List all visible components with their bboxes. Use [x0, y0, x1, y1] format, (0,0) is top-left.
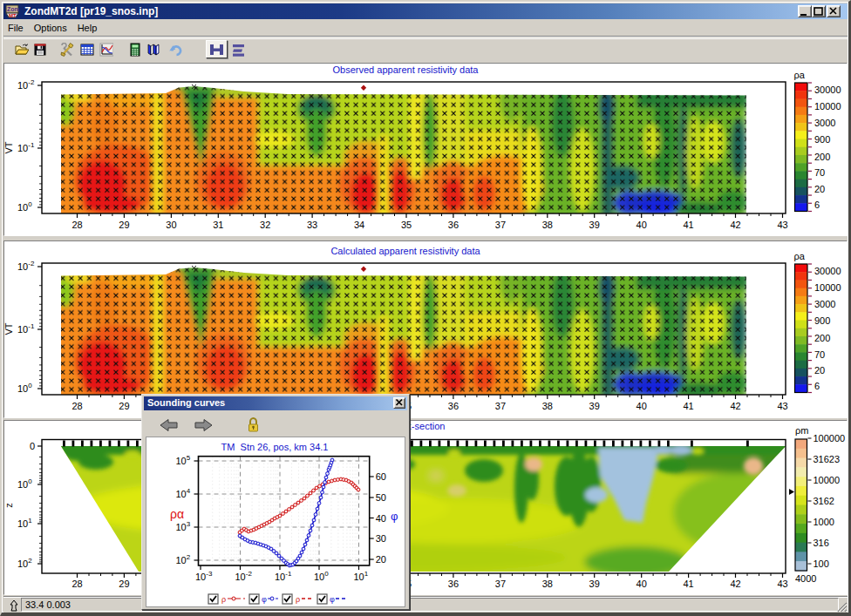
svg-text:50: 50	[376, 492, 386, 503]
svg-text:100: 100	[17, 200, 32, 213]
svg-text:39: 39	[589, 579, 600, 589]
svg-text:10-3: 10-3	[195, 570, 213, 582]
svg-text:103: 103	[176, 520, 191, 532]
svg-text:29: 29	[119, 579, 129, 589]
svg-text:100: 100	[17, 382, 32, 394]
svg-text:101: 101	[17, 517, 32, 529]
svg-text:900: 900	[814, 315, 830, 326]
svg-text:ρm: ρm	[795, 425, 808, 436]
svg-text:100: 100	[17, 477, 32, 490]
svg-text:42: 42	[730, 401, 740, 411]
svg-text:28: 28	[71, 579, 82, 589]
svg-text:40: 40	[637, 401, 647, 411]
svg-text:10-2: 10-2	[235, 570, 253, 582]
svg-text:10-1: 10-1	[17, 141, 35, 153]
svg-text:39: 39	[589, 220, 600, 230]
svg-text:34: 34	[354, 220, 364, 230]
svg-text:3000: 3000	[814, 118, 835, 128]
svg-text:31623: 31623	[814, 454, 841, 464]
svg-text:36: 36	[448, 579, 459, 589]
svg-text:42: 42	[730, 579, 740, 589]
svg-text:29: 29	[119, 220, 129, 230]
svg-text:6: 6	[814, 200, 820, 210]
svg-text:43: 43	[777, 401, 787, 411]
svg-text:200: 200	[814, 152, 830, 162]
svg-text:104: 104	[176, 487, 191, 499]
svg-text:37: 37	[495, 401, 506, 411]
svg-text:10000: 10000	[814, 101, 841, 112]
svg-text:36: 36	[448, 401, 459, 411]
svg-text:101: 101	[354, 570, 369, 582]
svg-text:30000: 30000	[814, 85, 841, 95]
svg-text:ρa: ρa	[794, 251, 806, 261]
svg-text:10-1: 10-1	[17, 322, 35, 335]
svg-text:38: 38	[542, 579, 553, 589]
svg-text:35: 35	[401, 220, 412, 230]
svg-text:42: 42	[730, 220, 740, 230]
svg-text:20: 20	[814, 184, 825, 194]
svg-text:30000: 30000	[814, 266, 841, 276]
svg-text:30: 30	[166, 220, 176, 230]
svg-text:28: 28	[71, 220, 82, 230]
svg-text:100: 100	[814, 558, 829, 569]
svg-text:φ: φ	[330, 595, 335, 604]
svg-text:32: 32	[260, 220, 270, 230]
svg-text:102: 102	[176, 553, 191, 565]
svg-text:200: 200	[814, 333, 830, 343]
svg-text:37: 37	[495, 579, 506, 589]
svg-text:28: 28	[71, 401, 82, 411]
svg-text:38: 38	[542, 220, 553, 230]
svg-text:10-1: 10-1	[275, 570, 292, 582]
svg-text:10-2: 10-2	[17, 260, 35, 272]
svg-text:φ: φ	[262, 595, 267, 604]
svg-text:z: z	[3, 503, 14, 508]
svg-text:ρα: ρα	[170, 507, 184, 521]
svg-text:316: 316	[814, 538, 829, 548]
svg-text:ρa: ρa	[794, 70, 806, 80]
svg-text:33: 33	[307, 220, 317, 230]
svg-text:4000: 4000	[795, 573, 816, 584]
svg-text:60: 60	[376, 471, 386, 482]
svg-text:40: 40	[637, 220, 647, 230]
svg-text:20: 20	[814, 365, 825, 376]
svg-text:VT: VT	[3, 322, 14, 335]
svg-text:29: 29	[119, 401, 129, 411]
svg-text:VT: VT	[3, 141, 14, 153]
svg-text:0: 0	[30, 441, 35, 451]
svg-text:37: 37	[495, 220, 506, 230]
svg-text:10-2: 10-2	[17, 78, 35, 91]
svg-text:30: 30	[376, 533, 386, 544]
svg-text:ρ: ρ	[221, 595, 226, 604]
svg-text:70: 70	[814, 167, 825, 178]
svg-text:70: 70	[814, 349, 825, 360]
svg-text:3162: 3162	[814, 496, 834, 506]
svg-text:102: 102	[17, 557, 32, 569]
svg-text:TM Stn 26, pos, km 34.1: TM Stn 26, pos, km 34.1	[221, 442, 329, 452]
svg-text:6: 6	[814, 381, 820, 391]
svg-text:43: 43	[777, 220, 787, 230]
svg-text:100000: 100000	[814, 433, 846, 443]
svg-text:3000: 3000	[814, 299, 835, 309]
svg-text:105: 105	[176, 454, 191, 466]
svg-text:20: 20	[376, 554, 386, 565]
svg-text:100: 100	[314, 570, 329, 582]
svg-text:39: 39	[589, 401, 600, 411]
svg-text:40: 40	[637, 579, 647, 589]
svg-text:Observed apparent resistivity: Observed apparent resistivity data	[333, 64, 480, 75]
svg-text:41: 41	[683, 401, 693, 411]
svg-text:31: 31	[213, 220, 223, 230]
svg-text:10000: 10000	[814, 282, 841, 293]
svg-text:1000: 1000	[814, 517, 834, 527]
svg-text:41: 41	[683, 220, 693, 230]
svg-text:41: 41	[683, 579, 693, 589]
svg-text:43: 43	[777, 579, 787, 589]
svg-text:Calculated apparent resistivit: Calculated apparent resistivity data	[330, 246, 480, 256]
svg-text:40: 40	[376, 513, 386, 524]
svg-text:10000: 10000	[814, 475, 841, 485]
svg-text:38: 38	[542, 401, 553, 411]
svg-text:36: 36	[448, 220, 459, 230]
svg-text:ρ: ρ	[296, 595, 300, 604]
svg-text:φ: φ	[391, 510, 398, 523]
svg-text:900: 900	[814, 134, 830, 145]
svg-text:MT: MT	[9, 13, 17, 18]
